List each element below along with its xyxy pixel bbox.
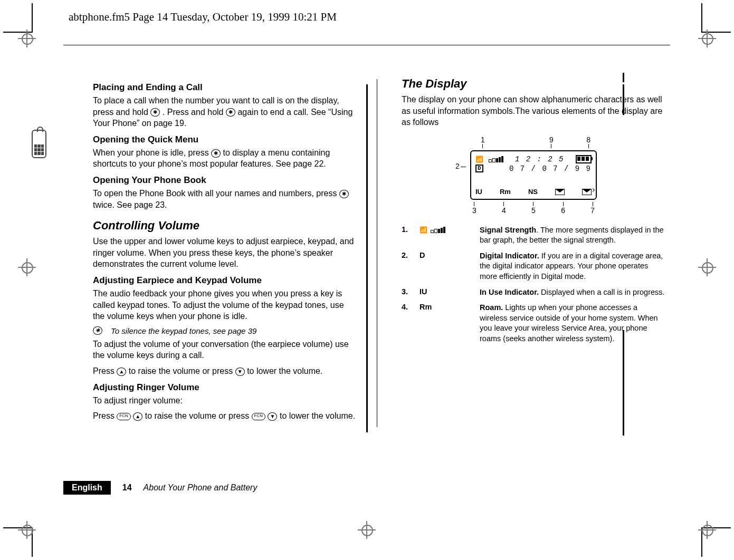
reg-mark <box>698 30 716 47</box>
menu-key-icon: ✱ <box>211 149 221 158</box>
heading-placing-call: Placing and Ending a Call <box>93 82 357 93</box>
volume-up-icon: ▲ <box>133 412 142 421</box>
callout-3: 3 <box>472 206 476 215</box>
signal-bars-icon <box>489 156 503 162</box>
legend-row-digital: 2. D Digital Indicator. If you are in a … <box>402 251 665 282</box>
reg-mark <box>698 521 716 539</box>
revision-bar <box>366 84 368 432</box>
hold-key-icon: ✱ <box>226 108 235 117</box>
left-column: Placing and Ending a Call To place a cal… <box>93 77 357 427</box>
antenna-icon: 📶 <box>420 226 427 234</box>
heading-the-display: The Display <box>402 77 665 91</box>
legend-row-signal: 1. 📶 Signal Strength. The more segments … <box>402 225 665 246</box>
reg-mark <box>18 521 36 539</box>
volume-down-icon: ▼ <box>235 368 245 376</box>
callout-1: 1 <box>481 136 485 144</box>
display-date: 0 7 / 0 7 / 9 9 <box>509 165 592 173</box>
page-footer: English 14 About Your Phone and Battery <box>63 481 257 495</box>
fcn-key-icon: FCN <box>252 413 265 420</box>
phone-screen: 📶 1 2 : 2 5 D 0 7 / 0 7 / 9 9 I <box>470 150 597 200</box>
ns-indicator: NS <box>528 188 538 196</box>
tip-silence-keypad: ✱ To silence the keypad tones, see page … <box>93 326 357 335</box>
header-rule <box>63 45 670 45</box>
heading-earpiece-keypad-volume: Adjusting Earpiece and Keypad Volume <box>93 275 357 286</box>
crop-corner-tl <box>3 3 33 33</box>
message-icon <box>555 189 565 195</box>
rm-indicator: Rm <box>500 188 511 196</box>
running-head: abtphone.fm5 Page 14 Tuesday, October 19… <box>69 11 670 24</box>
reg-mark <box>18 258 36 276</box>
revision-bar <box>623 84 624 115</box>
revision-bar <box>623 330 624 436</box>
crop-corner-tr <box>701 3 731 33</box>
menu-key-icon: ✱ <box>339 190 349 198</box>
body-volume-keys: Press ▲ to raise the volume or press ▼ t… <box>93 365 357 377</box>
digital-indicator-icon: D <box>475 165 483 172</box>
callout-5: 5 <box>531 206 536 215</box>
display-time: 1 2 : 2 5 <box>515 155 565 163</box>
heading-controlling-volume: Controlling Volume <box>93 219 357 233</box>
signal-bars-icon <box>431 227 445 233</box>
callout-4: 4 <box>502 206 506 215</box>
heading-ringer-volume: Adjusting Ringer Volume <box>93 382 357 393</box>
column-divider <box>377 79 377 427</box>
callout-8: 8 <box>586 136 590 144</box>
footer-language: English <box>63 481 111 495</box>
heading-quick-menu: Opening the Quick Menu <box>93 134 357 145</box>
callout-2: 2 <box>455 162 466 170</box>
body-quick-menu: When your phone is idle, press ✱ to disp… <box>93 147 357 170</box>
reg-mark <box>698 258 716 276</box>
battery-icon <box>576 155 592 163</box>
hold-key-icon: ✱ <box>150 108 160 117</box>
callouts-bottom: 3 4 5 6 7 <box>470 200 597 215</box>
body-display-intro: The display on your phone can show alpha… <box>402 94 665 128</box>
tip-key-icon: ✱ <box>93 326 102 335</box>
volume-up-icon: ▲ <box>117 368 126 376</box>
voicemail-icon <box>582 189 592 195</box>
callout-7: 7 <box>590 206 595 215</box>
body-phone-book: To open the Phone Book with all your nam… <box>93 188 357 210</box>
callouts-top: 1 9 8 <box>470 136 597 150</box>
display-illustration: 2 1 9 8 📶 1 2 : 2 5 <box>465 136 602 215</box>
legend-symbol-signal: 📶 <box>420 225 472 234</box>
footer-page-number: 14 <box>122 483 132 493</box>
body-earpiece-volume: To adjust the volume of your conversatio… <box>93 339 357 361</box>
body-placing-call: To place a call when the number you want… <box>93 95 357 129</box>
volume-down-icon: ▼ <box>268 412 277 421</box>
body-keypad-tones: The audio feedback your phone gives you … <box>93 288 357 322</box>
legend-row-roam: 4. Rm Roam. Lights up when your phone ac… <box>402 303 665 344</box>
callout-9: 9 <box>549 136 554 144</box>
right-column: The Display The display on your phone ca… <box>402 77 665 427</box>
fcn-key-icon: FCN <box>117 413 130 420</box>
reg-mark <box>358 521 376 539</box>
antenna-icon: 📶 <box>475 156 483 163</box>
callout-6: 6 <box>561 206 565 215</box>
body-ringer-keys: Press FCN ▲ to raise the volume or press… <box>93 410 357 422</box>
revision-bar <box>623 73 624 82</box>
iu-indicator: IU <box>475 188 482 196</box>
body-ringer-intro: To adjust ringer volume: <box>93 395 357 407</box>
reg-mark <box>18 30 36 47</box>
legend-row-inuse: 3. IU In Use Indicator. Displayed when a… <box>402 287 665 298</box>
phone-icon <box>32 130 50 158</box>
heading-phone-book: Opening Your Phone Book <box>93 175 357 186</box>
body-controlling-volume: Use the upper and lower volume keys to a… <box>93 236 357 270</box>
footer-chapter-title: About Your Phone and Battery <box>144 483 258 493</box>
